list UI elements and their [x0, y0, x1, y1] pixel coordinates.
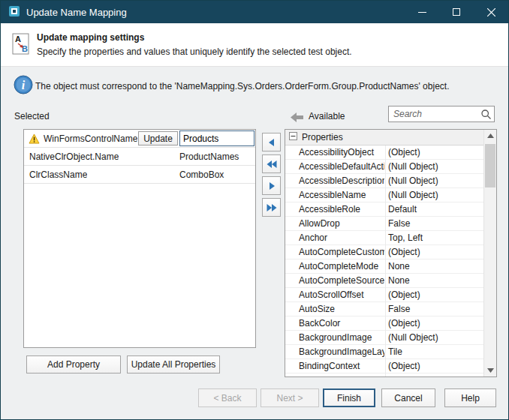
blue-double-left-triangle: [266, 158, 278, 170]
property-name: Anchor: [299, 232, 384, 243]
property-name: AutoSize: [299, 304, 384, 314]
move-left-button[interactable]: [262, 133, 281, 152]
back-button[interactable]: < Back: [198, 388, 257, 407]
property-name: AutoCompleteCustomSource: [299, 247, 384, 257]
available-label: Available: [309, 111, 345, 122]
next-button[interactable]: Next >: [261, 388, 319, 407]
update-name-mapping-dialog: Update Name Mapping A B Update mapping s: [0, 0, 509, 420]
properties-group-label: Properties: [302, 132, 343, 142]
close-button[interactable]: [474, 1, 508, 23]
property-name: AccessibleRole: [299, 204, 384, 214]
magnifier-icon[interactable]: [480, 109, 492, 122]
scroll-up-icon[interactable]: [484, 130, 496, 142]
property-value: Tile: [388, 346, 402, 357]
selected-property-name: ClrClassName: [29, 170, 87, 180]
selected-row-nativeclrobject-name[interactable]: NativeClrObject.Name ProductNames: [24, 148, 255, 166]
property-row[interactable]: AnchorTop, Left: [285, 231, 483, 245]
property-name: AutoScrollOffset: [299, 290, 384, 300]
wizard-header: A B Update mapping settings Specify the …: [1, 23, 508, 67]
property-name: AutoCompleteMode: [299, 261, 384, 272]
cancel-button[interactable]: Cancel: [381, 388, 435, 407]
property-value: Top, Left: [388, 232, 423, 243]
maximize-button[interactable]: [439, 1, 474, 23]
property-row[interactable]: AllowDropFalse: [285, 217, 483, 231]
update-button[interactable]: Update: [138, 131, 178, 146]
property-row[interactable]: AccessibleDescription(Null Object): [285, 174, 483, 188]
svg-text:i: i: [22, 79, 26, 92]
property-value: (Object): [388, 318, 420, 328]
titlebar: Update Name Mapping: [1, 1, 508, 23]
property-row[interactable]: AutoSizeFalse: [285, 302, 483, 316]
page-subtitle: Specify the properties and values that u…: [37, 46, 352, 57]
property-name: AccessibilityObject: [299, 147, 384, 158]
scroll-down-icon[interactable]: [484, 364, 496, 376]
help-button[interactable]: Help: [444, 388, 496, 407]
property-value: (Object): [388, 361, 420, 371]
property-row[interactable]: AutoCompleteSourceNone: [285, 274, 483, 288]
property-value: (Object): [388, 247, 420, 257]
property-value-input[interactable]: [179, 130, 254, 146]
selected-property-value: ComboBox: [179, 170, 224, 180]
property-row[interactable]: AutoScrollOffset(Object): [285, 288, 483, 302]
property-name: AccessibleName: [299, 190, 384, 200]
property-value: False: [388, 304, 410, 314]
left-arrow-icon: [291, 112, 303, 124]
property-value: (Object): [388, 147, 420, 158]
selected-row-clrclassname[interactable]: ClrClassName ComboBox: [24, 166, 255, 184]
move-all-right-button[interactable]: [262, 198, 281, 217]
scrollbar-thumb[interactable]: [485, 144, 495, 188]
minus-box-icon[interactable]: [289, 132, 297, 142]
property-name: BackColor: [299, 318, 384, 328]
warning-triangle-icon: [29, 134, 40, 146]
property-row[interactable]: AccessibleDefaultActionDes...(Null Objec…: [285, 160, 483, 174]
vertical-scrollbar[interactable]: [483, 130, 496, 376]
finish-button[interactable]: Finish: [323, 388, 375, 407]
property-row[interactable]: AccessibleRoleDefault: [285, 202, 483, 217]
app-icon: [8, 5, 20, 20]
svg-text:B: B: [22, 44, 28, 53]
add-property-button[interactable]: Add Property: [26, 356, 121, 374]
property-name: AutoCompleteSource: [299, 275, 384, 286]
property-row[interactable]: BackgroundImage(Null Object): [285, 331, 483, 345]
info-message: The object must correspond to the 'NameM…: [35, 81, 449, 92]
name-mapping-a-to-b-icon: A B: [10, 32, 34, 58]
move-right-button[interactable]: [262, 176, 281, 195]
property-value: (Null Object): [388, 190, 438, 200]
property-value: (Null Object): [388, 161, 438, 172]
minimize-button[interactable]: [405, 1, 439, 23]
selected-properties-table: WinFormsControlName Update NativeClrObje…: [23, 129, 256, 348]
properties-group-header[interactable]: Properties: [285, 130, 483, 146]
svg-text:A: A: [15, 34, 21, 44]
property-name: BindingContext: [299, 361, 384, 371]
column-separator: [385, 146, 386, 376]
property-name: AccessibleDescription: [299, 176, 384, 186]
info-circle-icon: i: [14, 75, 33, 97]
available-properties-grid: Properties AccessibilityObject(Object) A…: [285, 130, 483, 376]
property-value: (Null Object): [388, 176, 438, 186]
move-all-left-button[interactable]: [262, 154, 281, 173]
blue-left-triangle: [266, 136, 278, 148]
property-name: BackgroundImageLayout: [299, 346, 384, 357]
property-row[interactable]: BackgroundImageLayoutTile: [285, 345, 483, 359]
blue-double-right-triangle: [266, 202, 278, 214]
update-all-properties-button[interactable]: Update All Properties: [127, 356, 220, 374]
window-controls: [405, 1, 508, 23]
search-input[interactable]: [392, 107, 477, 121]
property-name: AccessibleDefaultActionDes...: [299, 161, 384, 172]
page-title: Update mapping settings: [37, 32, 144, 43]
property-row[interactable]: AccessibilityObject(Object): [285, 146, 483, 160]
blue-right-triangle: [266, 180, 278, 192]
property-row[interactable]: BindingContext(Object): [285, 359, 483, 374]
property-row[interactable]: AccessibleName(Null Object): [285, 188, 483, 202]
property-row[interactable]: AutoCompleteModeNone: [285, 260, 483, 274]
window-title: Update Name Mapping: [26, 7, 127, 18]
available-properties-panel: Properties AccessibilityObject(Object) A…: [285, 129, 497, 377]
selected-label: Selected: [14, 111, 50, 122]
search-box: [388, 106, 495, 122]
selected-row-winformscontrolname[interactable]: WinFormsControlName Update: [24, 130, 255, 148]
property-row[interactable]: AutoCompleteCustomSource(Object): [285, 245, 483, 260]
property-value: Default: [388, 204, 417, 214]
property-row[interactable]: BackColor(Object): [285, 316, 483, 331]
property-value: False: [388, 218, 410, 229]
property-value: None: [388, 261, 410, 272]
